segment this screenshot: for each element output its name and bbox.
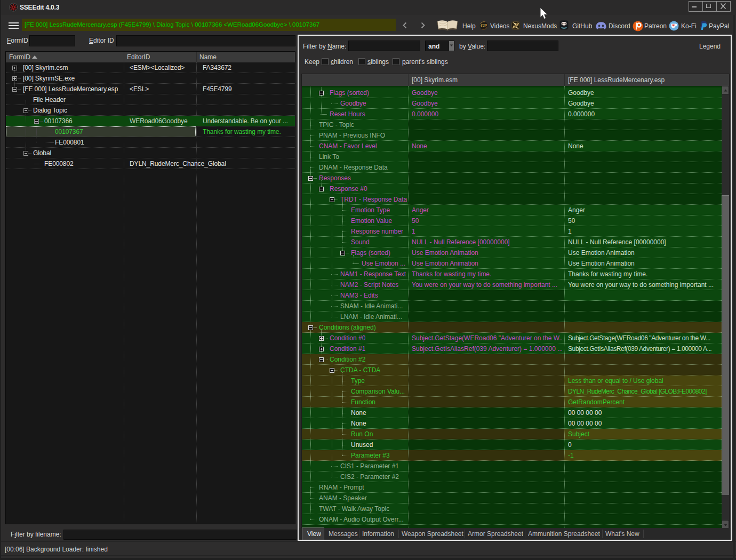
svg-text:GP: GP: [481, 23, 487, 28]
